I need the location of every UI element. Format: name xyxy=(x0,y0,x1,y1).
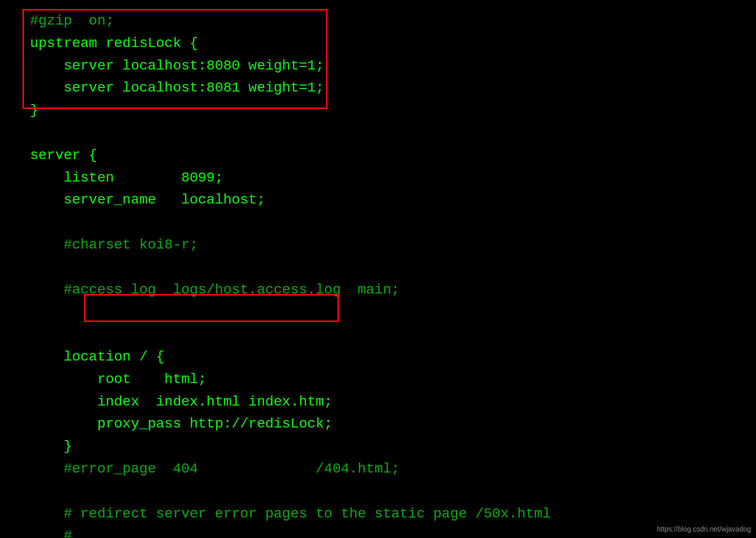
line-index: index index.html index.htm; xyxy=(30,394,332,410)
line-comment-redirect: # redirect server error pages to the sta… xyxy=(30,506,551,522)
line-access-log: #access_log logs/host.access.log main; xyxy=(30,282,400,298)
line-close-location: } xyxy=(30,438,72,454)
line-proxy-pass: proxy_pass http://redisLock; xyxy=(30,416,332,432)
line-server1: server localhost:8080 weight=1; xyxy=(30,58,324,74)
line-location: location / { xyxy=(30,349,164,364)
code-container: #gzip on; upstream redisLock { server lo… xyxy=(0,0,756,538)
line-listen: listen 8099; xyxy=(30,170,223,186)
line-charset: #charset koi8-r; xyxy=(30,237,198,252)
line-server-block: server { xyxy=(30,148,97,163)
code-block: #gzip on; upstream redisLock { server lo… xyxy=(30,10,726,538)
line-server2: server localhost:8081 weight=1; xyxy=(30,80,324,96)
line-comment-hash: # xyxy=(30,528,72,538)
watermark: https://blog.csdn.net/wjavadog xyxy=(657,525,751,533)
line-close1: } xyxy=(30,102,38,118)
line-gzip: #gzip on; xyxy=(30,13,114,28)
line-server-name: server_name localhost; xyxy=(30,192,265,208)
line-root: root html; xyxy=(30,372,206,387)
line-error-404: #error_page 404 /404.html; xyxy=(30,461,400,476)
line-upstream: upstream redisLock { xyxy=(30,36,198,51)
